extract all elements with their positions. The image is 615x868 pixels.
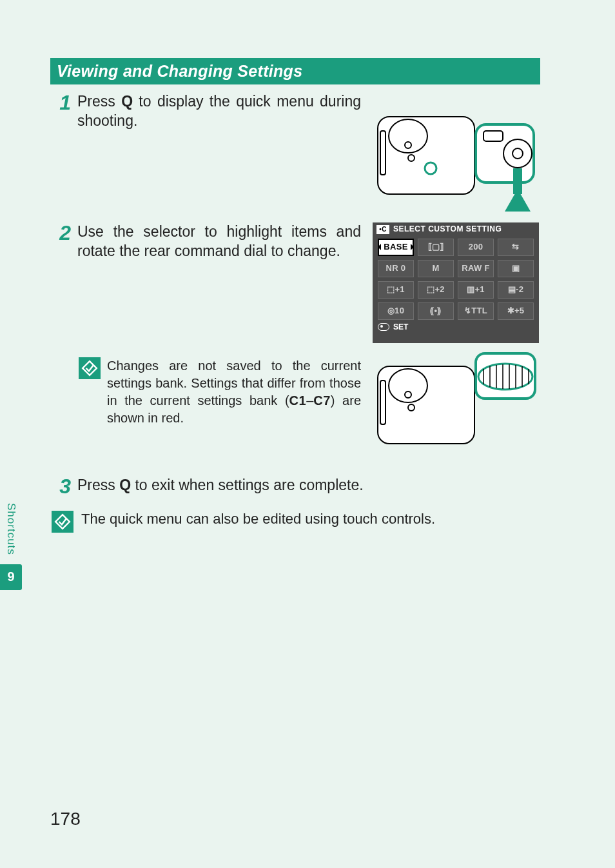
page-footnote: The quick menu can also be edited using … xyxy=(50,511,540,533)
lcd-cell: ▣ xyxy=(498,260,534,277)
lcd-cell: RAW F xyxy=(458,260,494,277)
lcd-screen: •C SELECT CUSTOM SETTING BASE ⟦▢⟧ 200 ⇆ … xyxy=(373,222,539,343)
lcd-cell: ⬚+1 xyxy=(378,281,414,299)
chapter-badge: 9 xyxy=(0,564,22,590)
lcd-cell: ⸨•⸩ xyxy=(418,302,454,320)
c1-label: C1 xyxy=(289,393,307,408)
footnote-text: The quick menu can also be edited using … xyxy=(81,511,435,533)
note-dash: – xyxy=(306,393,313,408)
camera-dial-illustration xyxy=(373,348,540,458)
lcd-title: SELECT CUSTOM SETTING xyxy=(393,224,502,235)
lcd-cell: ⟦▢⟧ xyxy=(418,239,454,256)
section-header: Viewing and Changing Settings xyxy=(50,58,540,84)
svg-rect-5 xyxy=(380,131,386,175)
svg-point-8 xyxy=(512,148,523,159)
camera-top-illustration xyxy=(373,92,540,215)
svg-point-18 xyxy=(478,364,532,390)
lcd-cell: ↯TTL xyxy=(458,302,494,320)
step-number: 3 xyxy=(50,476,77,498)
step-2-note-text: Changes are not saved to the current set… xyxy=(107,357,361,427)
svg-rect-9 xyxy=(483,131,503,141)
diamond-note-icon xyxy=(52,511,73,533)
svg-rect-11 xyxy=(513,168,522,194)
c7-label: C7 xyxy=(313,393,331,408)
svg-point-15 xyxy=(408,404,415,411)
lcd-footer-label: SET xyxy=(393,322,408,333)
step-3: 3 Press Q to exit when settings are comp… xyxy=(50,476,540,498)
diamond-note-icon xyxy=(79,357,101,379)
q-button-glyph: Q xyxy=(121,93,133,110)
step-3-text-a: Press xyxy=(77,477,119,493)
lcd-cell: NR 0 xyxy=(378,260,414,277)
step-number: 1 xyxy=(50,92,77,215)
step-number: 2 xyxy=(50,222,77,458)
step-2-note: Changes are not saved to the current set… xyxy=(77,357,361,427)
lcd-cell-selected: BASE xyxy=(378,239,414,256)
lcd-footer: SET xyxy=(373,320,539,335)
step-3-text: Press Q to exit when settings are comple… xyxy=(77,476,540,498)
step-1-text-a: Press xyxy=(77,93,121,110)
lcd-cell: M xyxy=(418,260,454,277)
lcd-cell: ◎10 xyxy=(378,302,414,320)
lcd-cell: ⇆ xyxy=(498,239,534,256)
sidebar: Shortcuts 9 xyxy=(0,503,22,590)
step-2: 2 Use the selector to highlight items an… xyxy=(50,222,540,458)
page-body: Viewing and Changing Settings 1 Press Q … xyxy=(50,0,540,533)
svg-point-3 xyxy=(405,142,411,148)
lcd-screen-illustration: •C SELECT CUSTOM SETTING BASE ⟦▢⟧ 200 ⇆ … xyxy=(373,222,540,343)
page-number: 178 xyxy=(50,809,81,829)
step-1-text: Press Q to display the quick menu during… xyxy=(77,92,361,215)
lcd-cell: ▥+1 xyxy=(458,281,494,299)
custom-icon: •C xyxy=(376,225,389,234)
lcd-cell: 200 xyxy=(458,239,494,256)
lcd-cell: ⬚+2 xyxy=(418,281,454,299)
step-1: 1 Press Q to display the quick menu duri… xyxy=(50,92,540,215)
set-icon xyxy=(378,323,389,331)
lcd-grid: BASE ⟦▢⟧ 200 ⇆ NR 0 M RAW F ▣ ⬚+1 ⬚+2 ▥+… xyxy=(373,236,539,320)
svg-point-14 xyxy=(405,391,411,398)
lcd-header: •C SELECT CUSTOM SETTING xyxy=(373,222,539,236)
lcd-cell: ▤-2 xyxy=(498,281,534,299)
lcd-cell: ✱+5 xyxy=(498,302,534,320)
step-2-text: Use the selector to highlight items and … xyxy=(77,222,361,343)
sidebar-section-label: Shortcuts xyxy=(5,503,17,555)
step-3-text-b: to exit when settings are complete. xyxy=(131,477,364,493)
svg-rect-16 xyxy=(380,380,386,424)
q-button-glyph: Q xyxy=(119,477,131,493)
svg-point-4 xyxy=(408,155,415,161)
